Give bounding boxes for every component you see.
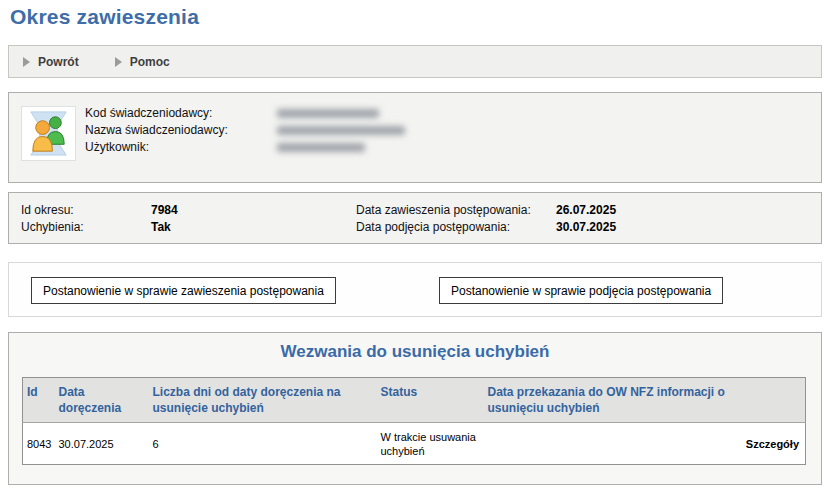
period-id-label: Id okresu: [21, 202, 151, 219]
redacted-value [277, 143, 365, 152]
header-data-doreczenia: Data doręczenia [55, 378, 149, 423]
provider-name-label: Nazwa świadczeniodawcy: [85, 122, 228, 139]
cell-akcja: Szczegóły [734, 423, 806, 465]
suspend-decision-button[interactable]: Postanowienie w sprawie zawieszenia post… [31, 277, 336, 304]
uchybienia-label: Uchybienia: [21, 219, 151, 236]
header-status: Status [377, 378, 484, 423]
toolbar-item-powrot[interactable]: Powrót [23, 55, 79, 69]
period-fields-left: Id okresu: 7984 Uchybienia: Tak [21, 202, 178, 236]
toolbar-item-label: Powrót [38, 55, 79, 69]
arrow-right-icon [115, 57, 122, 67]
redacted-value [277, 126, 405, 135]
suspension-date-label: Data zawieszenia postępowania: [356, 202, 556, 219]
header-liczba-dni: Liczba dni od daty doręczenia na usunięc… [149, 378, 377, 423]
header-akcja [734, 378, 806, 423]
table-title: Wezwania do usunięcia uchybień [9, 342, 821, 362]
wezwania-table: Id Data doręczenia Liczba dni od daty do… [22, 377, 806, 465]
cell-status: W trakcie usuwania uchybień [377, 423, 484, 465]
resume-date-value: 30.07.2025 [556, 219, 616, 236]
resume-date-label: Data podjęcia postępowania: [356, 219, 556, 236]
header-id: Id [23, 378, 55, 423]
user-label: Użytkownik: [85, 139, 228, 156]
okres-zawieszenia-page: Okres zawieszenia Powrót Pomoc Kod świad… [0, 0, 830, 491]
provider-values-redacted [277, 109, 405, 160]
cell-data-doreczenia: 30.07.2025 [55, 423, 149, 465]
period-fields-right: Data zawieszenia postępowania: 26.07.202… [356, 202, 616, 236]
cell-liczba-dni: 6 [149, 423, 377, 465]
resume-decision-button[interactable]: Postanowienie w sprawie podjęcia postępo… [439, 277, 723, 304]
provider-code-label: Kod świadczeniodawcy: [85, 105, 228, 122]
period-info-panel: Id okresu: 7984 Uchybienia: Tak Data zaw… [8, 192, 822, 244]
provider-info-panel: Kod świadczeniodawcy: Nazwa świadczeniod… [8, 92, 822, 183]
cell-data-przekazania [484, 423, 734, 465]
provider-labels: Kod świadczeniodawcy: Nazwa świadczeniod… [85, 105, 228, 156]
two-users-icon [21, 106, 76, 161]
toolbar-item-pomoc[interactable]: Pomoc [115, 55, 170, 69]
period-id-value: 7984 [151, 202, 178, 219]
cell-id: 8043 [23, 423, 55, 465]
table-row: 8043 30.07.2025 6 W trakcie usuwania uch… [23, 423, 806, 465]
page-title: Okres zawieszenia [10, 5, 199, 29]
uchybienia-value: Tak [151, 219, 178, 236]
suspension-date-value: 26.07.2025 [556, 202, 616, 219]
toolbar: Powrót Pomoc [8, 45, 822, 78]
table-header-row: Id Data doręczenia Liczba dni od daty do… [23, 378, 806, 423]
actions-panel: Postanowienie w sprawie zawieszenia post… [8, 262, 822, 317]
arrow-right-icon [23, 57, 30, 67]
header-data-przekazania: Data przekazania do OW NFZ informacji o … [484, 378, 734, 423]
details-link[interactable]: Szczegóły [738, 437, 802, 451]
toolbar-item-label: Pomoc [130, 55, 170, 69]
wezwania-panel: Wezwania do usunięcia uchybień Id Data d… [8, 332, 822, 485]
redacted-value [277, 109, 379, 118]
